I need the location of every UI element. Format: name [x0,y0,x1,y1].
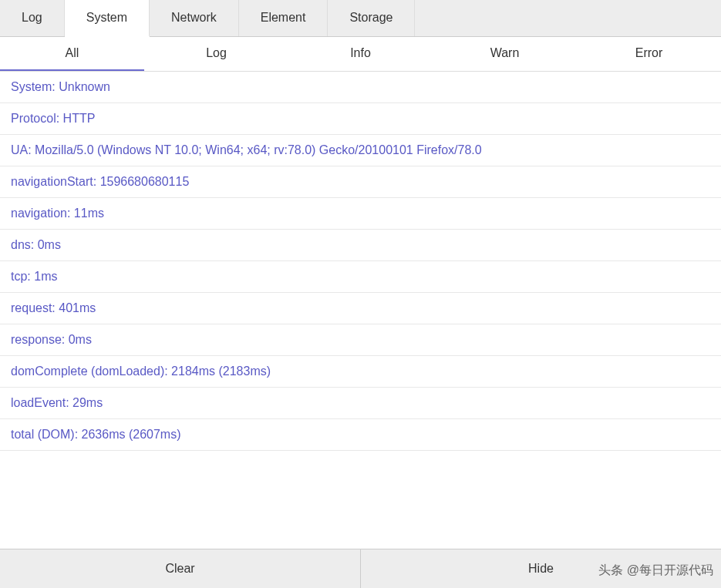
log-row: total (DOM): 2636ms (2607ms) [0,419,721,451]
tab-log[interactable]: Log [0,0,65,36]
filter-error[interactable]: Error [577,37,721,71]
filter-tabs: All Log Info Warn Error [0,37,721,72]
tab-network[interactable]: Network [150,0,239,36]
log-row: dns: 0ms [0,230,721,261]
log-row: System: Unknown [0,72,721,103]
tab-storage[interactable]: Storage [328,0,415,36]
tab-element[interactable]: Element [239,0,328,36]
clear-button[interactable]: Clear [0,549,360,588]
filter-info[interactable]: Info [288,37,433,71]
log-row: tcp: 1ms [0,261,721,293]
log-row: navigationStart: 1596680680115 [0,166,721,198]
hide-button[interactable]: Hide [360,549,721,588]
filter-warn[interactable]: Warn [433,37,577,71]
log-row: UA: Mozilla/5.0 (Windows NT 10.0; Win64;… [0,135,721,166]
log-row: request: 401ms [0,293,721,324]
log-row: navigation: 11ms [0,198,721,230]
log-row: loadEvent: 29ms [0,388,721,419]
log-row: response: 0ms [0,324,721,356]
filter-all[interactable]: All [0,37,144,71]
log-row: Protocol: HTTP [0,103,721,135]
log-content: System: Unknown Protocol: HTTP UA: Mozil… [0,72,721,549]
tab-system[interactable]: System [65,0,150,37]
log-row: domComplete (domLoaded): 2184ms (2183ms) [0,356,721,388]
filter-log[interactable]: Log [144,37,288,71]
footer: Clear Hide 头条 @每日开源代码 [0,549,721,588]
main-tabs: Log System Network Element Storage [0,0,721,37]
